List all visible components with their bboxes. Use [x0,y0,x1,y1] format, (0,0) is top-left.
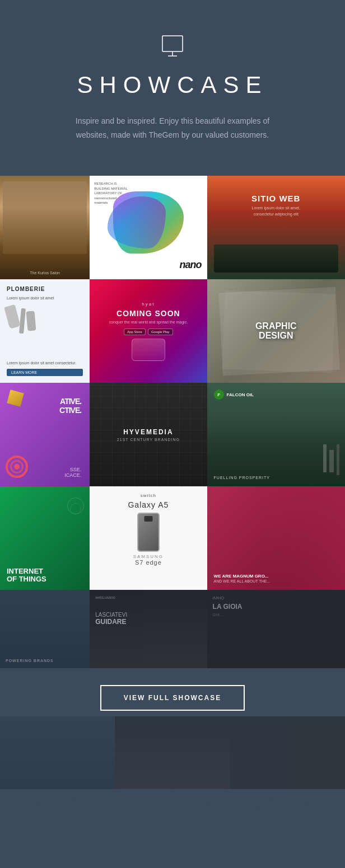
samsung-s7: S7 edge [135,559,162,566]
graphic-title: GRAPHICDESIGN [255,321,297,341]
iot-line2: OF THINGS [7,575,83,583]
grid-item-nano[interactable]: nano RESEARCH ISBUILDING MATERIALLABORAT… [90,176,207,279]
grid-item-graphic[interactable]: GRAPHICDESIGN [207,279,345,383]
grid-item-creative[interactable]: ATIVE. CTIVE. SSE. ICACE. [0,383,90,486]
grid-item-kurios[interactable]: The Kurios Salon [0,176,90,279]
hyat-subtitle: conquer the real world and spread the ma… [109,320,188,324]
bottom2-brand: webLusano [95,595,201,599]
hyvemedia-subtitle: 21ST CENTURY BRANDING [117,438,180,442]
grid-row-2: PLOMBERIE Lorem ipsum dolor sit amet Lor… [0,279,345,383]
magnum-text2: AND WE RE ALL ABOUT THE... [214,579,338,583]
grid-section: The Kurios Salon nano RESEARCH [0,170,345,668]
samsung-galaxy: Galaxy A5 [128,500,169,509]
hero-section: SHOWCASE Inspire and be inspired. Enjoy … [0,0,345,170]
view-showcase-button[interactable]: VIEW FULL SHOWCASE [100,685,245,711]
presentation-icon [160,34,185,60]
grid-item-hyat[interactable]: hyat COMING SOON conquer the real world … [90,279,207,383]
iot-line1: INTERNET [7,567,83,575]
grid-row-5: POWERING BRANDS webLusano LASCIATEVI GUI… [0,590,345,668]
grid-row-4: INTERNET OF THINGS switch Galaxy A5 SAMS… [0,486,345,590]
button-section: VIEW FULL SHOWCASE [0,668,345,716]
grid-item-samsung[interactable]: switch Galaxy A5 SAMSUNG S7 edge [90,486,207,590]
bottom2-text2: GUIDARE [95,618,201,626]
grid-item-sitio[interactable]: SITIO WEB Lorem ipsum dolor sit amet,con… [207,176,345,279]
falcon-text: FUELLING PROSPERITY [214,476,270,480]
grid-row-3: ATIVE. CTIVE. SSE. ICACE. [0,383,345,486]
hyat-brand: hyat [142,302,155,307]
hyvemedia-title: HYVEMEDIA [117,428,180,436]
grid-item-bottom3[interactable]: IMHO LA GIOIA GHI... [207,590,345,668]
grid-row-1: The Kurios Salon nano RESEARCH [0,176,345,279]
grid-item-bottom2[interactable]: webLusano LASCIATEVI GUIDARE [90,590,207,668]
samsung-brand: SAMSUNG [133,554,164,559]
hero-subtitle: Inspire and be inspired. Enjoy this beau… [69,114,276,142]
bottom-fade-section [0,716,345,809]
sitio-title: SITIO WEB [251,194,300,203]
grid-item-plomberie[interactable]: PLOMBERIE Lorem ipsum dolor sit amet Lor… [0,279,90,383]
grid-item-iot[interactable]: INTERNET OF THINGS [0,486,90,590]
hero-title: SHOWCASE [22,72,323,98]
grid-item-bottom1[interactable]: POWERING BRANDS [0,590,90,668]
grid-item-falcon[interactable]: F FALCON OIL FUELLING PROSPERITY [207,383,345,486]
hyat-title: COMING SOON [116,309,180,318]
plomberie-title: PLOMBERIE [7,286,83,292]
grid-item-magnum[interactable]: WE ARE MAGNUM GRO... AND WE RE ALL ABOUT… [207,486,345,590]
grid-item-hyvemedia[interactable]: HYVEMEDIA 21ST CENTURY BRANDING [90,383,207,486]
bottom2-text1: LASCIATEVI [95,612,201,618]
bottom3-title: LA GIOIA [213,603,339,611]
creative-text2: CTIVE. [8,406,81,415]
svg-marker-3 [0,789,345,809]
magnum-text1: WE ARE MAGNUM GRO... [214,573,338,579]
svg-rect-0 [162,36,183,51]
